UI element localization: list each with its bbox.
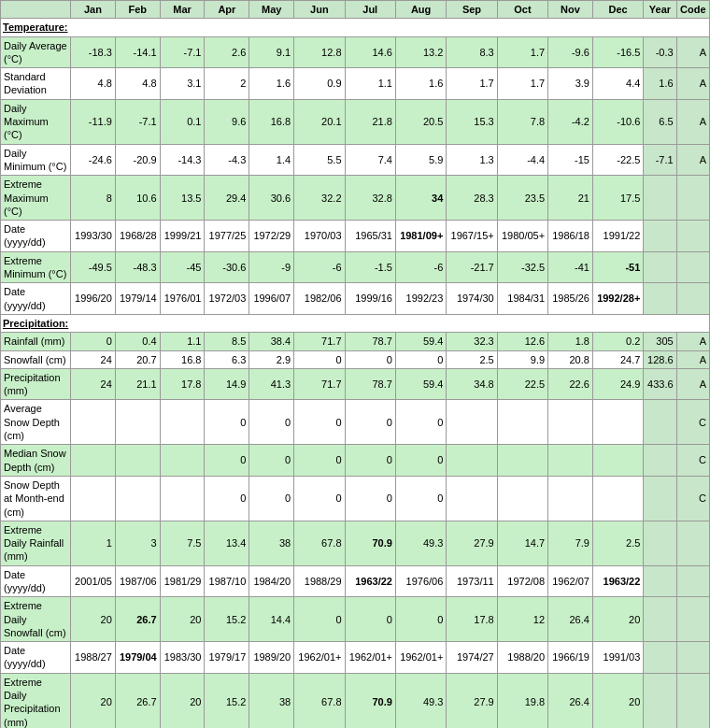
cell-value: 49.3 xyxy=(395,673,446,728)
cell-value: 0 xyxy=(395,445,446,477)
cell-value: 26.7 xyxy=(115,597,160,642)
cell-value: 1.3 xyxy=(447,144,497,176)
month-header-may: May xyxy=(249,1,294,19)
cell-value: 0 xyxy=(294,476,345,521)
cell-value xyxy=(592,476,643,521)
cell-value: A xyxy=(676,333,709,350)
month-header-aug: Aug xyxy=(395,1,446,19)
cell-value: 1.6 xyxy=(395,68,446,100)
cell-value: 1985/26 xyxy=(548,283,593,315)
table-row: Snowfall (cm)2420.716.86.32.90002.59.920… xyxy=(1,350,710,368)
cell-value: 0.1 xyxy=(160,99,205,144)
cell-value: -4.3 xyxy=(205,144,249,176)
cell-value: 15.2 xyxy=(205,597,249,642)
cell-value: 16.8 xyxy=(160,350,205,368)
cell-value: 7.9 xyxy=(548,521,593,565)
table-row: Median Snow Depth (cm)00000C xyxy=(1,445,710,477)
cell-value: -4.2 xyxy=(548,99,593,144)
row-label: Extreme Daily Rainfall (mm) xyxy=(1,521,71,565)
table-row: Average Snow Depth (cm)00000C xyxy=(1,400,710,445)
cell-value: 7.8 xyxy=(497,99,547,144)
cell-value: 0 xyxy=(395,400,446,445)
cell-value xyxy=(644,283,676,315)
row-label: Date (yyyy/dd) xyxy=(1,642,71,674)
cell-value: 12.6 xyxy=(497,333,547,350)
cell-value: 1962/01+ xyxy=(345,642,395,674)
cell-value: 1981/09+ xyxy=(395,221,446,252)
cell-value: A xyxy=(676,36,709,68)
cell-value xyxy=(644,251,676,283)
cell-value: 4.4 xyxy=(592,68,643,100)
cell-value: -9 xyxy=(249,251,294,283)
cell-value: -7.1 xyxy=(160,36,205,68)
cell-value: 20.7 xyxy=(115,350,160,368)
cell-value: 1974/30 xyxy=(447,283,497,315)
cell-value: -4.4 xyxy=(497,144,547,176)
row-label: Daily Minimum (°C) xyxy=(1,144,71,176)
cell-value: 1987/10 xyxy=(205,565,249,597)
cell-value: 1970/03 xyxy=(294,221,345,252)
cell-value: -9.6 xyxy=(548,36,593,68)
cell-value: A xyxy=(676,144,709,176)
cell-value: 59.4 xyxy=(395,333,446,350)
cell-value: 1.1 xyxy=(345,68,395,100)
cell-value: 1976/06 xyxy=(395,565,446,597)
cell-value: C xyxy=(676,400,709,445)
cell-value: 5.9 xyxy=(395,144,446,176)
row-label: Median Snow Depth (cm) xyxy=(1,445,71,477)
cell-value xyxy=(644,673,676,728)
cell-value: 1966/19 xyxy=(548,642,593,674)
table-row: Standard Deviation4.84.83.121.60.91.11.6… xyxy=(1,68,710,100)
cell-value: 305 xyxy=(644,333,676,350)
cell-value: 17.5 xyxy=(592,176,643,221)
cell-value: 70.9 xyxy=(345,673,395,728)
cell-value: 0 xyxy=(395,476,446,521)
cell-value: 12.8 xyxy=(294,36,345,68)
cell-value: 0 xyxy=(345,400,395,445)
cell-value: -22.5 xyxy=(592,144,643,176)
table-row: Daily Maximum (°C)-11.9-7.10.19.616.820.… xyxy=(1,99,710,144)
cell-value xyxy=(447,476,497,521)
cell-value: 1.7 xyxy=(497,36,547,68)
cell-value: 14.6 xyxy=(345,36,395,68)
cell-value: A xyxy=(676,368,709,400)
cell-value: 1963/22 xyxy=(345,565,395,597)
cell-value xyxy=(548,400,593,445)
cell-value: 78.7 xyxy=(345,333,395,350)
section-header-0: Temperature: xyxy=(1,19,710,36)
cell-value: 0.4 xyxy=(115,333,160,350)
month-header-sep: Sep xyxy=(447,1,497,19)
table-row: Extreme Daily Rainfall (mm)137.513.43867… xyxy=(1,521,710,565)
cell-value: 71.7 xyxy=(294,368,345,400)
cell-value: 34.8 xyxy=(447,368,497,400)
cell-value: 26.4 xyxy=(548,597,593,642)
row-label: Date (yyyy/dd) xyxy=(1,221,71,252)
cell-value: 24 xyxy=(71,368,116,400)
cell-value: -45 xyxy=(160,251,205,283)
cell-value: -20.9 xyxy=(115,144,160,176)
cell-value xyxy=(497,400,547,445)
cell-value: 0 xyxy=(395,597,446,642)
cell-value xyxy=(497,476,547,521)
cell-value: -14.1 xyxy=(115,36,160,68)
label-header xyxy=(1,1,71,19)
cell-value: 1984/31 xyxy=(497,283,547,315)
cell-value: 20.5 xyxy=(395,99,446,144)
cell-value: 1976/01 xyxy=(160,283,205,315)
cell-value: 1984/20 xyxy=(249,565,294,597)
cell-value: 1992/23 xyxy=(395,283,446,315)
cell-value: 20 xyxy=(160,673,205,728)
cell-value: 1.8 xyxy=(548,333,593,350)
cell-value: -0.3 xyxy=(644,36,676,68)
cell-value: 20 xyxy=(71,673,116,728)
cell-value xyxy=(592,400,643,445)
cell-value: C xyxy=(676,476,709,521)
row-label: Rainfall (mm) xyxy=(1,333,71,350)
cell-value: 38 xyxy=(249,521,294,565)
cell-value xyxy=(644,565,676,597)
cell-value: A xyxy=(676,68,709,100)
cell-value: 1973/11 xyxy=(447,565,497,597)
cell-value: 1.4 xyxy=(249,144,294,176)
cell-value: 20.1 xyxy=(294,99,345,144)
cell-value: 1977/25 xyxy=(205,221,249,252)
